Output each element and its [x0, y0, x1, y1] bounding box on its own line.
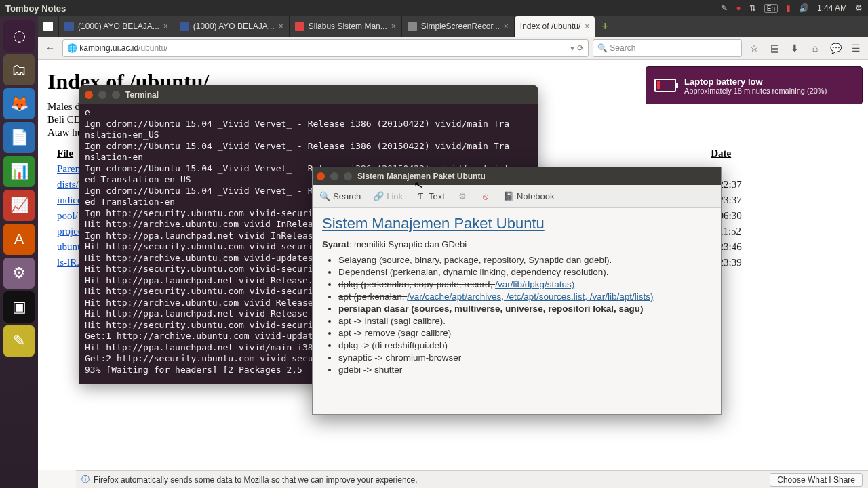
search-icon: 🔍 — [319, 191, 330, 202]
tomboy-window[interactable]: Sistem Manajemen Paket Ubuntu 🔍Search 🔗L… — [312, 167, 722, 415]
downloads-icon[interactable]: ⬇ — [787, 43, 803, 54]
minimize-icon[interactable] — [98, 91, 106, 99]
reload-icon[interactable]: ⟳ — [577, 43, 584, 53]
settings-icon[interactable]: ⚙ — [3, 258, 35, 289]
clock[interactable]: 1:44 AM — [817, 3, 847, 13]
files-icon[interactable]: 🗂 — [3, 54, 35, 85]
page-icon — [408, 22, 417, 31]
search-box[interactable]: 🔍 Search — [593, 39, 742, 57]
bookmark-star-icon[interactable]: ☆ — [746, 43, 762, 54]
note-heading: Sistem Manajemen Paket Ubuntu — [322, 215, 711, 232]
home-icon[interactable]: ⌂ — [807, 43, 823, 54]
system-tray: ✎ ● ⇅ En ▮ 🔊 1:44 AM ⚙ — [721, 3, 863, 13]
list-item: synaptic -> chromium-browser — [338, 352, 711, 363]
text-icon: Ƭ — [415, 191, 426, 202]
close-icon[interactable]: × — [585, 22, 589, 31]
notebook-button[interactable]: 📓Notebook — [500, 190, 557, 203]
menu-icon[interactable]: ☰ — [848, 43, 864, 54]
delete-button[interactable]: ⦸ — [477, 190, 494, 203]
maximize-icon[interactable] — [344, 172, 352, 180]
text-button[interactable]: ƬText — [412, 190, 448, 203]
info-text: Firefox automatically sends some data to… — [94, 475, 418, 485]
url-host: kambing.ui.ac.id — [79, 43, 138, 53]
close-icon[interactable]: × — [391, 22, 396, 31]
tomboy-toolbar: 🔍Search 🔗Link ƬText ⚙ ⦸ 📓Notebook — [313, 185, 721, 208]
software-icon[interactable]: A — [3, 224, 35, 255]
firefox-icon[interactable]: 🦊 — [3, 88, 35, 119]
nav-bar: ← 🌐 kambing.ui.ac.id/ubuntu/ ▾⟳ 🔍 Search… — [38, 37, 868, 60]
panel-app-name: Tomboy Notes — [5, 3, 66, 14]
tab-label: Silabus Sistem Man... — [309, 22, 387, 31]
syarat-text: : memiliki Synaptic dan GDebi — [349, 239, 467, 249]
maximize-icon[interactable] — [112, 91, 120, 99]
battery-icon[interactable]: ▮ — [786, 3, 791, 13]
url-path: /ubuntu/ — [138, 43, 167, 53]
list-item: apt (perkenalan, /var/cache/apt/archives… — [338, 291, 711, 302]
tab-label: (1000) AYO BELAJA... — [193, 22, 275, 31]
tomboy-icon[interactable]: ✎ — [3, 325, 35, 357]
globe-icon: 🌐 — [67, 43, 77, 53]
impress-icon[interactable]: 📈 — [3, 190, 35, 221]
facebook-icon — [180, 22, 189, 31]
tab-2[interactable]: (1000) AYO BELAJA...× — [174, 16, 290, 37]
battery-notification[interactable]: Laptop battery low Approximately 18 minu… — [646, 66, 863, 104]
minimize-icon[interactable] — [330, 172, 338, 180]
session-icon[interactable]: ⚙ — [855, 3, 863, 13]
list-item: dpkg (perkenalan, copy-paste, record, /v… — [338, 279, 711, 289]
choose-share-button[interactable]: Choose What I Share — [770, 473, 863, 487]
tab-4[interactable]: SimpleScreenRecor...× — [402, 16, 515, 37]
terminal-icon[interactable]: ▣ — [3, 291, 35, 323]
gear-icon: ⚙ — [457, 191, 468, 202]
tab-active[interactable]: Index of /ubuntu/× — [515, 16, 595, 37]
library-icon[interactable]: ▤ — [766, 43, 783, 54]
close-icon[interactable]: × — [279, 22, 283, 31]
list-item: apt -> install (sagi calibre). — [338, 316, 711, 326]
tomboy-title: Sistem Manajemen Paket Ubuntu — [357, 171, 486, 181]
top-panel: Tomboy Notes ✎ ● ⇅ En ▮ 🔊 1:44 AM ⚙ — [0, 0, 868, 16]
dash-icon[interactable]: ◌ — [3, 20, 35, 52]
favicon-icon — [43, 22, 53, 31]
writer-icon[interactable]: 📄 — [3, 122, 35, 153]
tools-button[interactable]: ⚙ — [454, 190, 471, 203]
notif-desc: Approximately 18 minutes remaining (20%) — [684, 87, 827, 95]
col-date: Date — [703, 146, 749, 161]
tab-blank[interactable] — [38, 16, 59, 37]
language-indicator[interactable]: En — [764, 4, 778, 13]
close-icon[interactable] — [317, 172, 325, 180]
dropdown-icon[interactable]: ▾ — [570, 43, 574, 53]
search-button[interactable]: 🔍Search — [317, 190, 363, 203]
tab-bar: (1000) AYO BELAJA...× (1000) AYO BELAJA.… — [38, 16, 868, 37]
sound-icon[interactable]: 🔊 — [799, 3, 809, 13]
note-content[interactable]: Sistem Manajemen Paket Ubuntu Syarat: me… — [313, 208, 721, 384]
info-bar: ⓘ Firefox automatically sends some data … — [76, 470, 868, 488]
close-icon[interactable]: × — [163, 22, 168, 31]
calc-icon[interactable]: 📊 — [3, 156, 35, 187]
close-icon[interactable]: × — [504, 22, 509, 31]
info-icon: ⓘ — [81, 474, 90, 485]
close-icon[interactable] — [85, 91, 93, 99]
list-item: Dependensi (perkenalan, dynamic linking,… — [338, 267, 711, 277]
chat-icon[interactable]: 💬 — [827, 43, 844, 54]
list-item: gdebi -> shutter — [338, 365, 711, 375]
list-item: persiapan dasar (sources, multiverse, un… — [338, 304, 711, 314]
url-bar[interactable]: 🌐 kambing.ui.ac.id/ubuntu/ ▾⟳ — [62, 39, 589, 57]
tab-3[interactable]: Silabus Sistem Man...× — [290, 16, 402, 37]
terminal-titlebar[interactable]: Terminal — [79, 85, 538, 104]
edit-icon[interactable]: ✎ — [721, 3, 728, 13]
terminal-title: Terminal — [125, 90, 159, 100]
notif-title: Laptop battery low — [684, 77, 827, 87]
tomboy-titlebar[interactable]: Sistem Manajemen Paket Ubuntu — [313, 167, 721, 185]
gmail-icon — [295, 22, 304, 31]
notebook-icon: 📓 — [503, 191, 514, 202]
new-tab-button[interactable]: + — [595, 16, 614, 37]
battery-low-icon — [654, 79, 676, 92]
network-icon[interactable]: ⇅ — [749, 3, 756, 13]
back-button[interactable]: ← — [42, 40, 58, 56]
link-icon: 🔗 — [373, 191, 384, 202]
search-placeholder: Search — [610, 43, 635, 53]
list-item: dpkg -> (di redshiftgui.deb) — [338, 340, 711, 350]
tab-1[interactable]: (1000) AYO BELAJA...× — [59, 16, 174, 37]
record-icon[interactable]: ● — [736, 3, 741, 13]
facebook-icon — [64, 22, 74, 31]
syarat-label: Syarat — [322, 239, 349, 249]
